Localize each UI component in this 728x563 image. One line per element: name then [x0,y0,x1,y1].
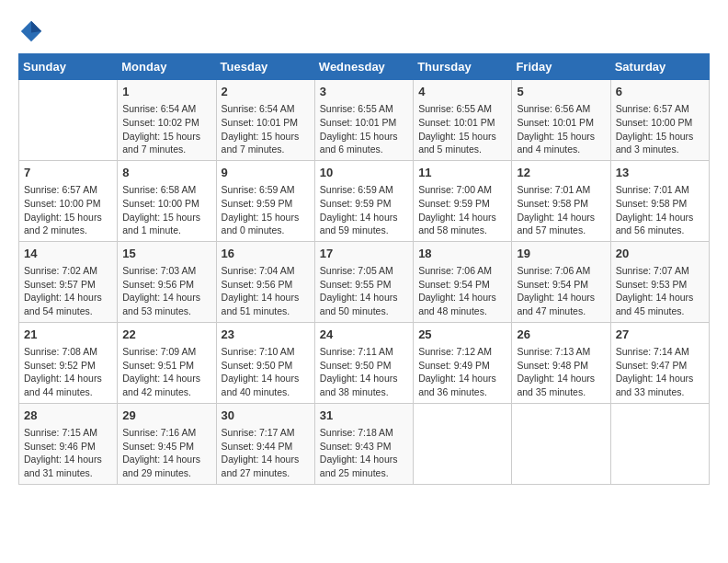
day-info-line: Sunset: 9:47 PM [616,359,704,373]
day-info-line: Daylight: 14 hours [418,372,506,385]
day-number: 16 [222,246,310,262]
day-info-line: Daylight: 14 hours [320,291,408,304]
calendar-cell: 20Sunrise: 7:07 AMSunset: 9:53 PMDayligh… [610,241,709,322]
day-info-line: Sunrise: 7:17 AM [222,426,310,440]
day-info-line: Sunrise: 7:01 AM [517,183,605,197]
day-info-line: and 6 minutes. [320,143,408,156]
day-info-line: and 0 minutes. [222,224,310,237]
day-info-line: Sunset: 9:44 PM [222,440,310,454]
day-number: 12 [517,165,605,181]
day-info-line: Sunset: 10:01 PM [222,116,310,130]
day-info-line: Daylight: 14 hours [122,372,210,385]
day-info-line: Sunrise: 7:00 AM [418,183,506,197]
calendar-cell: 16Sunrise: 7:04 AMSunset: 9:56 PMDayligh… [216,241,314,322]
day-info-line: Sunrise: 7:09 AM [122,345,210,359]
day-number: 28 [24,408,112,424]
day-info-line: Sunrise: 7:13 AM [517,345,605,359]
day-info-line: and 47 minutes. [517,304,605,318]
day-info-line: and 45 minutes. [616,304,704,318]
day-info-line: Sunrise: 6:59 AM [222,183,310,197]
weekday-header: Sunday [19,54,118,80]
day-info-line: Sunset: 9:49 PM [418,359,506,373]
calendar-cell: 4Sunrise: 6:55 AMSunset: 10:01 PMDayligh… [414,80,512,161]
day-info-line: and 5 minutes. [418,143,506,156]
day-info-line: Daylight: 15 hours [122,130,210,144]
day-number: 22 [122,327,210,343]
calendar-cell: 13Sunrise: 7:01 AMSunset: 9:58 PMDayligh… [610,160,709,241]
weekday-header: Monday [118,54,216,80]
day-info-line: Sunset: 9:43 PM [320,440,408,454]
day-number: 19 [517,246,605,262]
day-info-line: Sunrise: 6:59 AM [320,183,408,197]
day-info-line: and 7 minutes. [122,143,210,156]
day-info-line: Sunrise: 7:06 AM [418,264,506,278]
day-info-line: and 25 minutes. [320,466,408,480]
day-number: 27 [616,327,704,343]
day-info-line: Sunset: 10:00 PM [616,116,704,130]
day-info-line: Sunrise: 6:56 AM [517,102,605,116]
day-info-line: and 4 minutes. [517,143,605,156]
calendar-week-row: 14Sunrise: 7:02 AMSunset: 9:57 PMDayligh… [19,241,710,322]
day-number: 23 [222,327,310,343]
day-info-line: Sunset: 9:45 PM [122,440,210,454]
day-info-line: Sunset: 9:57 PM [24,278,112,292]
day-info-line: Sunrise: 7:14 AM [616,345,704,359]
day-info-line: Daylight: 14 hours [418,291,506,304]
logo [18,18,48,44]
calendar-cell: 6Sunrise: 6:57 AMSunset: 10:00 PMDayligh… [610,80,709,161]
day-number: 2 [222,84,310,100]
day-number: 18 [418,246,506,262]
day-number: 17 [320,246,408,262]
day-info-line: and 54 minutes. [24,304,112,318]
calendar-week-row: 28Sunrise: 7:15 AMSunset: 9:46 PMDayligh… [19,403,710,484]
day-number: 15 [122,246,210,262]
day-info-line: Sunset: 9:53 PM [616,278,704,292]
day-info-line: Sunrise: 7:10 AM [222,345,310,359]
day-info-line: Daylight: 14 hours [320,211,408,224]
day-info-line: Daylight: 15 hours [616,130,704,144]
day-info-line: and 31 minutes. [24,466,112,480]
weekday-header: Thursday [414,54,512,80]
day-info-line: and 2 minutes. [24,224,112,237]
day-info-line: Sunset: 9:52 PM [24,359,112,373]
day-info-line: Sunrise: 7:06 AM [517,264,605,278]
calendar-cell: 9Sunrise: 6:59 AMSunset: 9:59 PMDaylight… [216,160,314,241]
day-info-line: Sunset: 9:59 PM [222,197,310,211]
day-info-line: and 29 minutes. [122,466,210,480]
weekday-header-row: SundayMondayTuesdayWednesdayThursdayFrid… [19,54,710,80]
logo-icon [18,18,44,44]
calendar-table: SundayMondayTuesdayWednesdayThursdayFrid… [18,53,710,485]
day-number: 24 [320,327,408,343]
day-info-line: and 1 minute. [122,224,210,237]
day-info-line: Sunrise: 7:11 AM [320,345,408,359]
day-info-line: and 56 minutes. [616,224,704,237]
calendar-cell: 27Sunrise: 7:14 AMSunset: 9:47 PMDayligh… [610,322,709,403]
calendar-cell: 7Sunrise: 6:57 AMSunset: 10:00 PMDayligh… [19,160,118,241]
calendar-week-row: 21Sunrise: 7:08 AMSunset: 9:52 PMDayligh… [19,322,710,403]
calendar-cell [414,403,512,484]
day-info-line: Sunrise: 7:16 AM [122,426,210,440]
calendar-cell: 31Sunrise: 7:18 AMSunset: 9:43 PMDayligh… [314,403,413,484]
day-number: 5 [517,84,605,100]
day-info-line: Daylight: 14 hours [122,291,210,304]
svg-marker-1 [31,21,41,33]
day-info-line: Sunset: 9:56 PM [222,278,310,292]
calendar-cell: 3Sunrise: 6:55 AMSunset: 10:01 PMDayligh… [314,80,413,161]
day-info-line: Daylight: 15 hours [517,130,605,144]
day-info-line: Sunrise: 7:07 AM [616,264,704,278]
calendar-cell: 14Sunrise: 7:02 AMSunset: 9:57 PMDayligh… [19,241,118,322]
day-info-line: Sunset: 9:55 PM [320,278,408,292]
day-info-line: Sunset: 10:00 PM [24,197,112,211]
day-info-line: Daylight: 14 hours [320,372,408,385]
calendar-cell: 19Sunrise: 7:06 AMSunset: 9:54 PMDayligh… [512,241,610,322]
day-info-line: and 7 minutes. [222,143,310,156]
day-info-line: and 58 minutes. [418,224,506,237]
day-info-line: Daylight: 14 hours [122,453,210,466]
day-info-line: Daylight: 14 hours [616,372,704,385]
day-number: 31 [320,408,408,424]
day-info-line: Sunset: 9:58 PM [517,197,605,211]
calendar-cell [512,403,610,484]
calendar-cell: 28Sunrise: 7:15 AMSunset: 9:46 PMDayligh… [19,403,118,484]
calendar-cell [19,80,118,161]
calendar-cell: 22Sunrise: 7:09 AMSunset: 9:51 PMDayligh… [118,322,216,403]
